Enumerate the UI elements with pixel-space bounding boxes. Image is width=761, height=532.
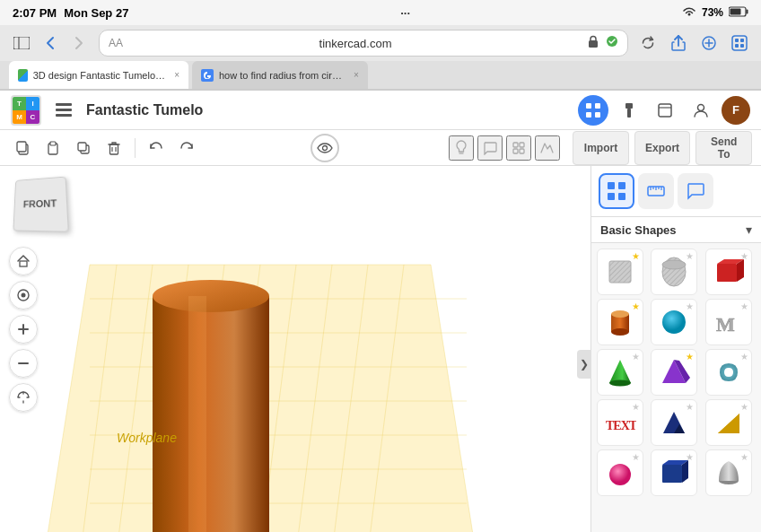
shape-pyramid-purple[interactable]: ★: [651, 349, 697, 396]
shape-cylinder-orange[interactable]: ★: [597, 299, 643, 345]
svg-rect-25: [659, 104, 671, 117]
svg-point-68: [153, 280, 269, 312]
avatar[interactable]: F: [722, 96, 750, 125]
shapes-panel-button[interactable]: [599, 173, 634, 209]
svg-rect-93: [717, 264, 737, 282]
url-aa-label: AA: [109, 37, 123, 49]
mirror-button[interactable]: [535, 135, 560, 161]
tab-google-close[interactable]: ×: [354, 70, 359, 80]
svg-rect-1: [746, 9, 748, 13]
svg-rect-2: [730, 8, 740, 14]
url-bar[interactable]: AA tinkercad.com: [99, 30, 628, 57]
home-view-button[interactable]: [9, 247, 38, 275]
shape-box-hole[interactable]: ★: [597, 249, 643, 295]
shape-prism-navy[interactable]: ★: [651, 399, 697, 446]
shape-star-11: ★: [686, 402, 694, 412]
orbit-button[interactable]: [9, 281, 38, 310]
send-to-button[interactable]: Send To: [695, 131, 752, 165]
export-button[interactable]: Export: [634, 131, 691, 165]
shape-sphere-teal[interactable]: ★: [651, 299, 697, 345]
svg-text:M: M: [716, 313, 735, 336]
grid-view-button[interactable]: [578, 95, 608, 126]
tab-google[interactable]: how to find radius from circumference - …: [192, 61, 368, 89]
main-area: FRONT Workplane Edit Grid: [0, 166, 761, 532]
window-button[interactable]: [650, 95, 680, 126]
svg-rect-3: [13, 37, 30, 49]
toolbar-separator-1: [135, 138, 136, 158]
align-button[interactable]: [506, 135, 531, 161]
shape-cone-green[interactable]: ★: [597, 349, 643, 396]
tabs-button[interactable]: [727, 31, 752, 56]
shape-star-10: ★: [632, 402, 640, 412]
lightbulb-button[interactable]: [449, 135, 474, 161]
tab-tinkercad-close[interactable]: ×: [174, 70, 179, 80]
sidebar-toggle-button[interactable]: [9, 31, 34, 56]
shape-text-red[interactable]: ★ TEXT: [597, 399, 643, 446]
tabs-row: 3D design Fantastic Tumelo | Tinkercad ×…: [0, 61, 761, 90]
svg-rect-69: [188, 296, 206, 532]
svg-rect-78: [608, 193, 615, 200]
svg-rect-34: [110, 144, 118, 154]
paste-button[interactable]: [39, 135, 66, 161]
header-right: F: [578, 95, 750, 126]
shield-icon: [606, 35, 618, 51]
shape-scribble[interactable]: ★ M: [705, 299, 752, 345]
shape-star-9: ★: [740, 352, 748, 362]
redo-button[interactable]: [173, 135, 200, 161]
status-left: 2:07 PM Mon Sep 27: [13, 6, 128, 20]
svg-point-97: [611, 328, 629, 336]
shape-cylinder-hole[interactable]: ★: [651, 249, 697, 295]
shape-box-red[interactable]: ★: [705, 249, 752, 295]
forward-button[interactable]: [66, 31, 92, 56]
tab-tinkercad[interactable]: 3D design Fantastic Tumelo | Tinkercad ×: [9, 61, 188, 89]
speech-button[interactable]: [477, 135, 503, 161]
svg-rect-24: [627, 109, 631, 118]
svg-rect-88: [609, 261, 631, 283]
duplicate-button[interactable]: [70, 135, 97, 161]
person-button[interactable]: [686, 95, 716, 126]
svg-rect-11: [735, 39, 739, 42]
svg-rect-16: [56, 103, 72, 106]
logo-c: C: [26, 110, 39, 124]
svg-rect-70: [20, 261, 27, 266]
view-toggle-button[interactable]: [311, 134, 339, 162]
shape-star-14: ★: [686, 452, 694, 462]
shape-torus-teal[interactable]: ★: [705, 349, 752, 396]
back-button[interactable]: [38, 31, 63, 56]
shape-star-8: ★: [686, 352, 694, 362]
list-view-button[interactable]: [50, 97, 77, 124]
shape-star-5: ★: [686, 301, 694, 311]
app-title: Fantastic Tumelo: [86, 102, 569, 118]
shapes-grid: ★ ★ ★ ★ ★: [591, 243, 761, 532]
url-text: tinkercad.com: [128, 37, 582, 50]
shape-cone-gray[interactable]: ★: [705, 449, 752, 496]
share-button[interactable]: [666, 31, 691, 56]
shape-star-7: ★: [632, 352, 640, 362]
zoom-in-button[interactable]: [9, 315, 38, 344]
add-bookmark-button[interactable]: [696, 31, 722, 56]
delete-button[interactable]: [101, 135, 127, 161]
collapse-arrow-button[interactable]: ❯: [577, 350, 591, 379]
shape-box-blue[interactable]: ★: [651, 449, 697, 496]
svg-rect-14: [740, 44, 744, 48]
shape-category-dropdown[interactable]: ▾: [746, 222, 752, 237]
zoom-out-button[interactable]: [9, 349, 38, 378]
svg-text:TEXT: TEXT: [606, 419, 636, 432]
view-cube[interactable]: FRONT: [13, 177, 66, 231]
svg-point-110: [609, 464, 631, 485]
tinkercad-logo[interactable]: T I M C: [11, 95, 41, 126]
shape-wedge-yellow[interactable]: ★: [705, 399, 752, 446]
canvas-area[interactable]: FRONT Workplane Edit Grid: [0, 166, 590, 532]
snap-to-grid-button[interactable]: [9, 383, 38, 412]
reload-icon[interactable]: [635, 31, 660, 56]
ruler-panel-button[interactable]: [638, 173, 674, 209]
undo-button[interactable]: [143, 135, 170, 161]
svg-point-27: [698, 104, 704, 110]
shape-magnet-pink[interactable]: ★: [597, 449, 643, 496]
svg-point-99: [662, 310, 686, 334]
hammer-button[interactable]: [614, 95, 644, 126]
chat-panel-button[interactable]: [678, 173, 713, 209]
copy-button[interactable]: [9, 135, 36, 161]
svg-rect-22: [595, 112, 600, 118]
import-button[interactable]: Import: [573, 131, 629, 165]
